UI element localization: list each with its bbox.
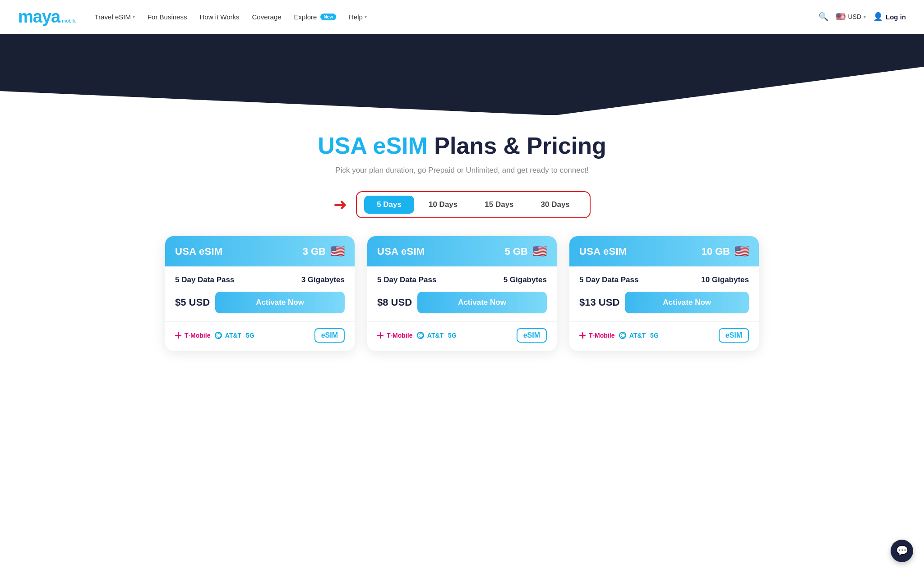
att-icon bbox=[417, 332, 424, 339]
duration-tabs: 5 Days 10 Days 15 Days 30 Days bbox=[356, 191, 591, 218]
card-price-10gb: $13 USD bbox=[579, 297, 619, 308]
chevron-down-icon: ▾ bbox=[864, 14, 866, 19]
card-gb-3gb: 3 GB bbox=[303, 246, 326, 257]
card-body-5gb: 5 Day Data Pass 5 Gigabytes $8 USD Activ… bbox=[367, 266, 557, 313]
att-icon bbox=[619, 332, 626, 339]
us-flag-icon-5gb: 🇺🇸 bbox=[532, 244, 547, 258]
att-carrier-3gb: AT&T bbox=[215, 332, 241, 339]
us-flag-icon-10gb: 🇺🇸 bbox=[735, 244, 749, 258]
plan-card-3gb: USA eSIM 3 GB 🇺🇸 5 Day Data Pass 3 Gigab… bbox=[165, 236, 355, 351]
pricing-title: USA eSIM Plans & Pricing bbox=[187, 133, 737, 159]
card-data-label-10gb: 5 Day Data Pass bbox=[579, 275, 638, 284]
card-footer-5gb: T‑Mobile AT&T 5G eSIM bbox=[367, 321, 557, 351]
card-data-row-3gb: 5 Day Data Pass 3 Gigabytes bbox=[175, 275, 345, 284]
chevron-down-icon: ▾ bbox=[365, 14, 367, 19]
card-price-3gb: $5 USD bbox=[175, 297, 210, 308]
card-title-3gb: USA eSIM bbox=[175, 246, 223, 257]
logo-sub: mobile bbox=[62, 18, 76, 23]
5g-badge-10gb: 5G bbox=[650, 332, 659, 339]
site-header: maya mobile Travel eSIM ▾ For Business H… bbox=[0, 0, 924, 34]
header-right: 🔍 🇺🇸 USD ▾ 👤 Log in bbox=[818, 12, 906, 22]
card-data-row-5gb: 5 Day Data Pass 5 Gigabytes bbox=[377, 275, 547, 284]
tab-30-days[interactable]: 30 Days bbox=[528, 196, 582, 214]
nav-for-business[interactable]: For Business bbox=[148, 13, 187, 21]
card-gb-wrap-3gb: 3 GB 🇺🇸 bbox=[303, 244, 345, 258]
activate-button-10gb[interactable]: Activate Now bbox=[625, 292, 749, 313]
card-price-row-5gb: $8 USD Activate Now bbox=[377, 292, 547, 313]
plan-cards-row: USA eSIM 3 GB 🇺🇸 5 Day Data Pass 3 Gigab… bbox=[187, 236, 737, 351]
carriers-5gb: T‑Mobile AT&T 5G bbox=[377, 332, 457, 339]
activate-button-3gb[interactable]: Activate Now bbox=[215, 292, 345, 313]
plan-card-10gb: USA eSIM 10 GB 🇺🇸 5 Day Data Pass 10 Gig… bbox=[569, 236, 759, 351]
card-gb-wrap-10gb: 10 GB 🇺🇸 bbox=[701, 244, 749, 258]
card-body-3gb: 5 Day Data Pass 3 Gigabytes $5 USD Activ… bbox=[165, 266, 355, 313]
card-header-5gb: USA eSIM 5 GB 🇺🇸 bbox=[367, 236, 557, 266]
card-price-row-10gb: $13 USD Activate Now bbox=[579, 292, 749, 313]
att-carrier-5gb: AT&T bbox=[417, 332, 444, 339]
nav-coverage[interactable]: Coverage bbox=[252, 13, 282, 21]
activate-button-5gb[interactable]: Activate Now bbox=[417, 292, 547, 313]
card-data-label-3gb: 5 Day Data Pass bbox=[175, 275, 234, 284]
nav-how-it-works[interactable]: How it Works bbox=[199, 13, 239, 21]
card-header-10gb: USA eSIM 10 GB 🇺🇸 bbox=[569, 236, 759, 266]
hero-band bbox=[0, 34, 924, 115]
nav-help[interactable]: Help ▾ bbox=[349, 13, 367, 21]
card-data-row-10gb: 5 Day Data Pass 10 Gigabytes bbox=[579, 275, 749, 284]
card-price-5gb: $8 USD bbox=[377, 297, 412, 308]
us-flag-icon-3gb: 🇺🇸 bbox=[330, 244, 345, 258]
tmobile-carrier-3gb: T‑Mobile bbox=[175, 332, 210, 339]
card-title-10gb: USA eSIM bbox=[579, 246, 627, 257]
duration-wrap: ➜ 5 Days 10 Days 15 Days 30 Days bbox=[187, 191, 737, 218]
arrow-icon: ➜ bbox=[333, 197, 347, 213]
att-icon bbox=[215, 332, 222, 339]
plan-card-5gb: USA eSIM 5 GB 🇺🇸 5 Day Data Pass 5 Gigab… bbox=[367, 236, 557, 351]
card-data-value-5gb: 5 Gigabytes bbox=[504, 275, 547, 284]
card-body-10gb: 5 Day Data Pass 10 Gigabytes $13 USD Act… bbox=[569, 266, 759, 313]
tmobile-icon bbox=[377, 332, 383, 339]
chevron-down-icon: ▾ bbox=[133, 14, 135, 19]
tab-5-days[interactable]: 5 Days bbox=[364, 196, 414, 214]
new-badge: New bbox=[320, 14, 336, 20]
tmobile-icon bbox=[175, 332, 181, 339]
card-footer-10gb: T‑Mobile AT&T 5G eSIM bbox=[569, 321, 759, 351]
tmobile-carrier-5gb: T‑Mobile bbox=[377, 332, 412, 339]
nav-explore[interactable]: Explore New bbox=[294, 13, 336, 21]
user-icon: 👤 bbox=[873, 12, 883, 22]
card-title-5gb: USA eSIM bbox=[377, 246, 425, 257]
carriers-3gb: T‑Mobile AT&T 5G bbox=[175, 332, 254, 339]
search-icon[interactable]: 🔍 bbox=[818, 12, 828, 22]
card-footer-3gb: T‑Mobile AT&T 5G eSIM bbox=[165, 321, 355, 351]
card-header-3gb: USA eSIM 3 GB 🇺🇸 bbox=[165, 236, 355, 266]
pricing-subtitle: Pick your plan duration, go Prepaid or U… bbox=[187, 166, 737, 175]
tab-10-days[interactable]: 10 Days bbox=[416, 196, 470, 214]
logo[interactable]: maya mobile bbox=[18, 8, 77, 25]
esim-badge-10gb: eSIM bbox=[719, 328, 749, 343]
card-data-value-10gb: 10 Gigabytes bbox=[701, 275, 749, 284]
us-flag-icon: 🇺🇸 bbox=[836, 12, 845, 22]
card-data-value-3gb: 3 Gigabytes bbox=[301, 275, 345, 284]
pricing-section: USA eSIM Plans & Pricing Pick your plan … bbox=[169, 115, 755, 378]
carriers-10gb: T‑Mobile AT&T 5G bbox=[579, 332, 659, 339]
card-price-row-3gb: $5 USD Activate Now bbox=[175, 292, 345, 313]
5g-badge-3gb: 5G bbox=[246, 332, 254, 339]
currency-selector[interactable]: 🇺🇸 USD ▾ bbox=[836, 12, 866, 22]
card-gb-5gb: 5 GB bbox=[505, 246, 528, 257]
card-data-label-5gb: 5 Day Data Pass bbox=[377, 275, 436, 284]
login-button[interactable]: 👤 Log in bbox=[873, 12, 906, 22]
tmobile-icon bbox=[579, 332, 586, 339]
logo-text: maya bbox=[18, 8, 60, 25]
nav-travel-esim[interactable]: Travel eSIM ▾ bbox=[95, 13, 135, 21]
5g-badge-5gb: 5G bbox=[448, 332, 457, 339]
tab-15-days[interactable]: 15 Days bbox=[472, 196, 526, 214]
card-gb-wrap-5gb: 5 GB 🇺🇸 bbox=[505, 244, 547, 258]
tmobile-carrier-10gb: T‑Mobile bbox=[579, 332, 614, 339]
main-nav: Travel eSIM ▾ For Business How it Works … bbox=[95, 13, 819, 21]
card-gb-10gb: 10 GB bbox=[701, 246, 730, 257]
att-carrier-10gb: AT&T bbox=[619, 332, 646, 339]
esim-badge-5gb: eSIM bbox=[517, 328, 547, 343]
esim-badge-3gb: eSIM bbox=[314, 328, 345, 343]
